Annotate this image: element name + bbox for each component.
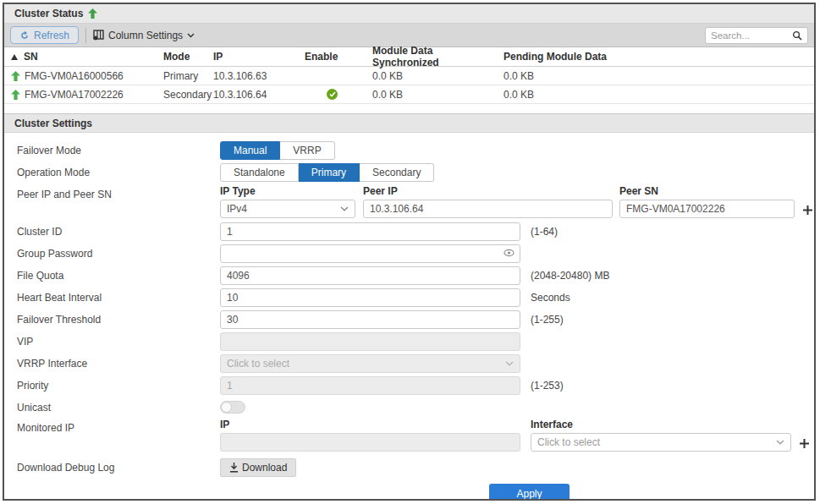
refresh-label: Refresh xyxy=(34,30,69,41)
failover-threshold-input[interactable] xyxy=(220,310,520,329)
heart-beat-interval-hint: Seconds xyxy=(531,288,570,304)
ip-type-value: IPv4 xyxy=(227,203,340,215)
refresh-icon xyxy=(19,30,30,41)
failover-mode-vrrp-button[interactable]: VRRP xyxy=(280,141,334,160)
ip-type-column-label: IP Type xyxy=(220,185,355,197)
search-box xyxy=(705,27,808,44)
heart-beat-interval-label: Heart Beat Interval xyxy=(17,288,220,304)
failover-threshold-hint: (1-255) xyxy=(531,310,564,326)
file-quota-hint: (2048-20480) MB xyxy=(531,266,609,282)
module-data-synchronized-value: 0.0 KB xyxy=(366,70,497,82)
operation-mode-label: Operation Mode xyxy=(17,163,220,178)
failover-mode-toggle: Manual VRRP xyxy=(220,141,335,160)
ip-type-select[interactable]: IPv4 xyxy=(220,200,355,218)
group-password-label: Group Password xyxy=(17,244,220,260)
pending-module-data-value: 0.0 KB xyxy=(497,89,814,101)
table-row-secondary[interactable]: FMG-VM0A17002226 Secondary 10.3.106.64 0… xyxy=(4,85,814,104)
download-button[interactable]: Download xyxy=(220,458,296,477)
chevron-down-icon xyxy=(340,206,349,211)
file-quota-label: File Quota xyxy=(17,266,220,282)
column-header-module-data-synchronized[interactable]: Module Data Synchronized xyxy=(366,45,497,68)
column-label-sn: SN xyxy=(24,51,38,63)
vrrp-interface-select: Click to select xyxy=(220,354,520,373)
failover-mode-manual-button[interactable]: Manual xyxy=(220,141,280,160)
cluster-settings-header: Cluster Settings xyxy=(4,113,814,133)
toggle-knob xyxy=(221,402,232,413)
operation-mode-primary-button[interactable]: Primary xyxy=(299,163,360,182)
add-peer-button[interactable] xyxy=(802,202,813,216)
failover-mode-label: Failover Mode xyxy=(17,141,220,156)
cluster-id-label: Cluster ID xyxy=(17,222,220,238)
vip-input xyxy=(220,332,520,351)
peer-ip-column-label: Peer IP xyxy=(363,185,613,197)
monitored-ip-input xyxy=(220,433,520,452)
sn-value: FMG-VM0A16000566 xyxy=(25,70,124,82)
priority-hint: (1-253) xyxy=(531,376,564,392)
vrrp-interface-label: VRRP Interface xyxy=(17,354,220,370)
column-header-ip[interactable]: IP xyxy=(206,51,298,63)
monitored-ip-interface-placeholder: Click to select xyxy=(537,436,776,448)
refresh-button[interactable]: Refresh xyxy=(10,26,79,44)
cluster-settings-form: Failover Mode Manual VRRP Operation Mode… xyxy=(4,133,814,501)
cluster-id-hint: (1-64) xyxy=(531,222,558,238)
cluster-status-toolbar: Refresh Column Settings xyxy=(4,24,814,47)
monitored-ip-interface-column-label: Interface xyxy=(531,419,791,430)
operation-mode-secondary-button[interactable]: Secondary xyxy=(360,163,434,182)
search-input[interactable] xyxy=(711,30,789,41)
cluster-status-title: Cluster Status xyxy=(14,8,83,19)
apply-button[interactable]: Apply xyxy=(489,484,570,501)
column-header-enable[interactable]: Enable xyxy=(298,51,366,63)
peer-sn-input[interactable] xyxy=(619,200,795,218)
enabled-check-icon xyxy=(327,89,338,100)
vip-label: VIP xyxy=(17,332,220,348)
failover-threshold-label: Failover Threshold xyxy=(17,310,220,326)
priority-input xyxy=(220,376,520,395)
peer-ip-input[interactable] xyxy=(363,200,613,218)
download-debug-log-label: Download Debug Log xyxy=(17,458,220,474)
download-icon xyxy=(229,463,239,473)
heart-beat-interval-input[interactable] xyxy=(220,288,520,307)
operation-mode-standalone-button[interactable]: Standalone xyxy=(220,163,299,182)
unicast-toggle xyxy=(220,401,245,414)
sn-value: FMG-VM0A17002226 xyxy=(25,89,124,101)
cluster-manager-panel: Cluster Status Refresh Column Settings xyxy=(3,3,816,501)
unicast-label: Unicast xyxy=(17,398,220,414)
priority-label: Priority xyxy=(17,376,220,392)
module-data-synchronized-value: 0.0 KB xyxy=(366,89,497,101)
vrrp-interface-placeholder: Click to select xyxy=(227,358,505,370)
operation-mode-toggle: Standalone Primary Secondary xyxy=(220,163,434,182)
cluster-settings-title: Cluster Settings xyxy=(14,118,92,129)
up-arrow-icon xyxy=(11,71,20,81)
column-header-sn[interactable]: SN xyxy=(4,51,157,63)
table-row-primary[interactable]: FMG-VM0A16000566 Primary 10.3.106.63 0.0… xyxy=(4,67,814,85)
pending-module-data-value: 0.0 KB xyxy=(497,70,814,82)
peer-ip-sn-label: Peer IP and Peer SN xyxy=(17,185,220,200)
mode-value: Primary xyxy=(157,70,206,82)
monitored-ip-label: Monitored IP xyxy=(17,419,220,434)
monitored-ip-ip-column-label: IP xyxy=(220,419,520,430)
enable-cell xyxy=(298,89,366,100)
chevron-down-icon xyxy=(776,440,784,445)
search-icon[interactable] xyxy=(792,30,802,41)
monitored-ip-interface-select[interactable]: Click to select xyxy=(531,433,791,452)
add-monitored-ip-button[interactable] xyxy=(799,436,810,449)
toolbar-divider xyxy=(85,28,86,43)
column-settings-label: Column Settings xyxy=(108,30,183,41)
cluster-id-input[interactable] xyxy=(220,222,520,241)
show-password-eye-icon[interactable] xyxy=(504,249,515,257)
column-header-mode[interactable]: Mode xyxy=(157,51,206,63)
up-arrow-icon xyxy=(11,90,20,100)
column-header-pending-module-data[interactable]: Pending Module Data xyxy=(497,51,814,63)
ip-value: 10.3.106.64 xyxy=(206,89,298,101)
group-password-input[interactable] xyxy=(220,244,520,263)
column-settings-icon xyxy=(93,30,104,41)
download-label: Download xyxy=(242,462,287,474)
sort-ascending-icon xyxy=(11,54,18,60)
chevron-down-icon xyxy=(505,361,514,366)
file-quota-input[interactable] xyxy=(220,266,520,285)
chevron-down-icon xyxy=(187,33,195,38)
cluster-status-header: Cluster Status xyxy=(4,4,814,24)
cluster-status-table-header: SN Mode IP Enable Module Data Synchroniz… xyxy=(4,47,814,67)
up-arrow-icon xyxy=(88,8,97,19)
column-settings-button[interactable]: Column Settings xyxy=(93,30,195,41)
